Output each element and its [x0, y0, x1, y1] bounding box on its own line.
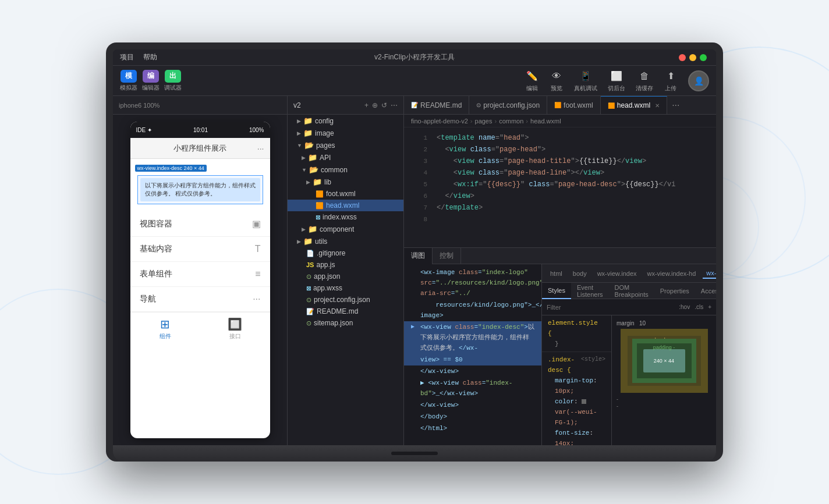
- editor-tab-foot-wxml[interactable]: 🟧 foot.wxml: [547, 96, 601, 115]
- tree-item-component[interactable]: ▶ 📁 component: [288, 223, 403, 235]
- nav-item-1[interactable]: 基础内容 T: [130, 237, 270, 262]
- filter-plus-button[interactable]: +: [708, 304, 711, 310]
- device-label: iphone6 100%: [119, 102, 160, 109]
- editor-tab-head-wxml[interactable]: 🟧 head.wxml ✕: [601, 96, 667, 115]
- nav-icon-0: ▣: [252, 218, 261, 229]
- line-num-4: 4: [411, 167, 427, 179]
- tree-icon-2[interactable]: ⊕: [372, 101, 378, 109]
- tree-item-head-wxml[interactable]: 🟧 head.wxml: [288, 200, 403, 211]
- tree-item-lib[interactable]: ▶ 📁 lib: [288, 176, 403, 188]
- styles-tab-event-listeners[interactable]: Event Listeners: [571, 283, 609, 299]
- laptop-frame: 项目 帮助 v2-FinClip小程序开发工具 模 模拟器 编 编辑器: [106, 42, 723, 462]
- styles-tab-properties[interactable]: Properties: [654, 283, 695, 299]
- tree-icon-1[interactable]: +: [364, 101, 369, 109]
- tree-item-utils[interactable]: ▶ 📁 utils: [288, 235, 403, 247]
- selector-wx-view-index-hd[interactable]: wx-view.index-hd: [644, 269, 700, 278]
- index-desc-selector: .index-desc {: [548, 354, 581, 375]
- tree-root-name: v2: [293, 101, 301, 109]
- folder-icon-utils: 📁: [303, 237, 313, 246]
- line-num-6: 6: [411, 190, 427, 202]
- selector-body[interactable]: body: [569, 269, 590, 278]
- action-device-debug[interactable]: 📱 真机调试: [574, 69, 597, 93]
- action-background[interactable]: ⬜ 切后台: [608, 69, 625, 93]
- line-num-2: 2: [411, 144, 427, 155]
- editor-tab-readme[interactable]: 📝 README.md: [404, 96, 469, 115]
- action-upload[interactable]: ⬆ 上传: [664, 69, 678, 93]
- code-line-2: 2 <view class="page-head">: [404, 144, 716, 155]
- window-controls: [679, 54, 707, 61]
- menu-item-project[interactable]: 项目: [120, 52, 134, 62]
- bottom-panel: 调图 控制 <wx-image class="index-logo" src="…: [404, 247, 716, 445]
- styles-tab-accessibility[interactable]: Accessibility: [695, 283, 716, 299]
- selector-wx-view-index-desc[interactable]: wx-view.index-desc: [703, 268, 716, 279]
- tree-item-pages[interactable]: ▼ 📂 pages: [288, 139, 403, 151]
- bottom-tab-diagram[interactable]: 调图: [404, 248, 433, 264]
- bottom-tab-component[interactable]: ⊞ 组件: [130, 313, 200, 345]
- folder-icon-config: 📁: [303, 116, 313, 125]
- action-edit[interactable]: ✏️ 编辑: [525, 69, 539, 93]
- bottom-tab-control[interactable]: 控制: [433, 248, 461, 264]
- tree-item-api[interactable]: ▶ 📁 API: [288, 151, 403, 164]
- html-content-6: </wx-view>: [420, 400, 459, 410]
- style-rule-index-desc: .index-desc { <style> margin-top: 10px; …: [542, 352, 611, 445]
- device-debug-label: 真机调试: [574, 84, 597, 93]
- editor-tab-project-config[interactable]: ⊙ project.config.json: [469, 96, 547, 115]
- nav-item-0[interactable]: 视图容器 ▣: [130, 211, 270, 237]
- tab-more-button[interactable]: ···: [667, 100, 684, 111]
- tree-item-image[interactable]: ▶ 📁 image: [288, 127, 403, 139]
- element-selector-bar: html body wx-view.index wx-view.index-hd…: [542, 264, 716, 283]
- styles-tab-styles[interactable]: Styles: [542, 283, 571, 299]
- tree-icon-4[interactable]: ⋯: [391, 101, 398, 109]
- tree-icon-3[interactable]: ↺: [381, 101, 387, 109]
- head-tab-close[interactable]: ✕: [655, 102, 660, 109]
- tree-item-common[interactable]: ▼ 📂 common: [288, 164, 403, 176]
- selector-html[interactable]: html: [547, 269, 566, 278]
- tree-item-gitignore[interactable]: 📄 .gitignore: [288, 247, 403, 259]
- line-num-7: 7: [411, 202, 427, 214]
- bottom-tab-interface[interactable]: 🔲 接口: [200, 313, 270, 345]
- user-avatar[interactable]: 👤: [688, 70, 709, 91]
- tree-item-app-json[interactable]: ⊙ app.json: [288, 271, 403, 282]
- simulator-tab-icon: 模: [121, 70, 137, 83]
- tree-label-head-wxml: head.wxml: [326, 201, 359, 210]
- tree-item-project-config[interactable]: ⊙ project.config.json: [288, 294, 403, 306]
- tree-header: v2 + ⊕ ↺ ⋯: [288, 96, 403, 115]
- toolbar-right: ✏️ 编辑 👁 预览 📱 真机调试 ⬜ 切后台 🗑 清缓存: [525, 69, 709, 93]
- close-button[interactable]: [679, 54, 686, 61]
- menu-item-help[interactable]: 帮助: [143, 52, 157, 62]
- proj-tab-label: project.config.json: [483, 101, 540, 109]
- html-line-6: </wx-view>: [404, 399, 541, 411]
- styles-tab-dom-breakpoints[interactable]: DOM Breakpoints: [609, 283, 654, 299]
- editor-tabs-bar: 📝 README.md ⊙ project.config.json 🟧 foot…: [404, 96, 716, 115]
- action-clear-cache[interactable]: 🗑 清缓存: [636, 69, 653, 93]
- code-editor[interactable]: 1 <template name="head"> 2 <view class="…: [404, 127, 716, 247]
- tab-editor[interactable]: 编 编辑器: [142, 70, 160, 92]
- tree-item-foot-wxml[interactable]: 🟧 foot.wxml: [288, 188, 403, 200]
- tree-item-sitemap[interactable]: ⊙ sitemap.json: [288, 317, 403, 329]
- selector-wx-view-index[interactable]: wx-view.index: [594, 269, 640, 278]
- tab-debugger[interactable]: 出 调试器: [164, 70, 182, 92]
- status-time: 10:01: [193, 127, 208, 133]
- maximize-button[interactable]: [700, 54, 707, 61]
- tree-item-app-js[interactable]: JS app.js: [288, 259, 403, 271]
- tree-label-pages: pages: [316, 141, 335, 150]
- tree-item-index-wxss[interactable]: ⊠ index.wxss: [288, 211, 403, 223]
- tree-item-app-wxss[interactable]: ⊠ app.wxss: [288, 282, 403, 294]
- tab-simulator[interactable]: 模 模拟器: [120, 70, 137, 92]
- tree-label-foot-wxml: foot.wxml: [326, 190, 356, 198]
- folder-icon-image: 📁: [303, 129, 313, 137]
- line-num-3: 3: [411, 155, 427, 167]
- tree-item-readme[interactable]: 📝 README.md: [288, 306, 403, 317]
- action-preview[interactable]: 👁 预览: [550, 69, 564, 93]
- tree-item-config[interactable]: ▶ 📁 config: [288, 115, 403, 127]
- nav-item-2[interactable]: 表单组件 ≡: [130, 262, 270, 287]
- filter-input[interactable]: [547, 304, 674, 311]
- phone-header-more[interactable]: ···: [257, 144, 264, 153]
- line-num-1: 1: [411, 132, 427, 144]
- margin-value: 10: [639, 320, 646, 326]
- minimize-button[interactable]: [689, 54, 696, 61]
- filter-cls-button[interactable]: .cls: [695, 304, 703, 310]
- laptop-screen: 项目 帮助 v2-FinClip小程序开发工具 模 模拟器 编 编辑器: [113, 49, 716, 445]
- filter-hov-button[interactable]: :hov: [679, 304, 690, 310]
- nav-item-3[interactable]: 导航 ···: [130, 287, 270, 312]
